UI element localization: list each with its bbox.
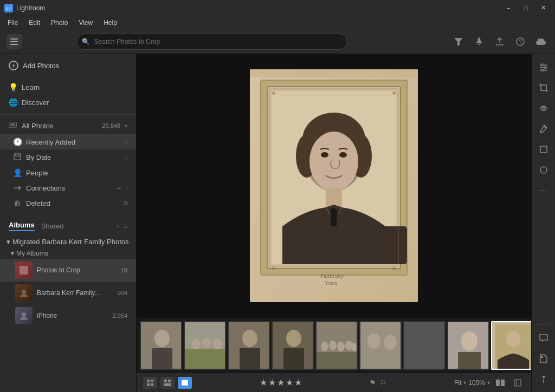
shared-tab[interactable]: Shared (41, 222, 64, 230)
recently-added-arrow: ‹ (126, 139, 127, 145)
info-button[interactable] (535, 370, 552, 388)
flag-button[interactable]: ⚑ (369, 378, 376, 387)
by-date-icon (13, 153, 22, 162)
film-thumb-7[interactable] (403, 321, 446, 370)
more-tools-button[interactable]: ··· (535, 182, 552, 199)
menu-view[interactable]: View (73, 16, 98, 29)
sidebar-item-discover[interactable]: 🌐 Discover (0, 95, 136, 110)
menu-file[interactable]: File (2, 16, 23, 29)
svg-rect-31 (282, 226, 407, 264)
star-4[interactable]: ★ (286, 377, 293, 388)
album-item-iphone[interactable]: iPhone 2,954 (0, 304, 136, 327)
edit-sliders-button[interactable] (535, 58, 552, 76)
svg-rect-86 (514, 380, 521, 386)
svg-rect-52 (283, 348, 304, 370)
notifications-button[interactable] (472, 34, 487, 49)
zoom-dropdown-arrow2[interactable]: ▾ (487, 380, 490, 386)
album-group-chevron: ▾ (7, 238, 10, 246)
svg-point-16 (22, 290, 26, 294)
star-5[interactable]: ★ (294, 377, 302, 388)
reject-flag-button[interactable]: ⚐ (379, 378, 386, 387)
sidebar-item-connections[interactable]: Connections + ‹ (0, 180, 136, 195)
brush-button[interactable] (535, 120, 552, 138)
svg-point-55 (321, 342, 328, 351)
sidebar-item-all-photos[interactable]: All Photos 26,848 ▾ (0, 117, 136, 134)
filmstrip[interactable] (137, 317, 531, 373)
minimize-button[interactable]: − (501, 3, 516, 14)
svg-rect-66 (458, 352, 481, 370)
svg-point-40 (154, 330, 170, 347)
all-photos-arrow: ▾ (125, 123, 127, 129)
svg-rect-81 (168, 380, 171, 382)
help-button[interactable]: ? (513, 34, 528, 49)
tag-button[interactable] (535, 350, 552, 367)
svg-text:Faithfully: Faithfully (320, 272, 344, 279)
album-group-header-migrated[interactable]: ▾ Migrated Barbara Kerr Family Photos (0, 236, 136, 248)
albums-sort-icon[interactable]: ≡ (123, 222, 127, 230)
album-item-barbara-kerr[interactable]: Barbara Kerr Family... 904 (0, 282, 136, 304)
menu-help[interactable]: Help (98, 16, 122, 29)
star-3[interactable]: ★ (277, 377, 285, 388)
view-grid-medium-button[interactable] (160, 377, 175, 389)
sidebar-item-by-date[interactable]: By Date ‹ (0, 149, 136, 165)
recently-added-label: Recently Added (26, 138, 121, 146)
heal-button[interactable] (535, 100, 552, 117)
album-item-photos-to-crop[interactable]: Photos to Crop 18 (0, 259, 136, 282)
svg-rect-15 (20, 266, 28, 275)
close-button[interactable]: ✕ (535, 3, 551, 14)
albums-tab[interactable]: Albums (9, 221, 35, 231)
svg-point-93 (541, 69, 544, 71)
sidebar-item-learn[interactable]: 💡 Learn (0, 80, 136, 95)
film-thumb-1[interactable] (140, 321, 182, 370)
add-photos-button[interactable]: + Add Photos (0, 54, 136, 77)
rect-select-button[interactable] (535, 141, 552, 158)
recently-added-icon: 🕐 (13, 138, 22, 146)
connections-plus[interactable]: + (117, 184, 121, 192)
album-sub-header-myalbums[interactable]: ▾ My Albums (0, 248, 136, 259)
circle-select-button[interactable] (535, 161, 552, 179)
svg-rect-76 (147, 380, 150, 382)
svg-rect-10 (10, 123, 15, 126)
menu-edit[interactable]: Edit (23, 16, 46, 29)
svg-point-95 (543, 107, 545, 109)
top-bar: 🔍 ? (0, 29, 555, 54)
crop-button[interactable] (535, 79, 552, 96)
sidebar-item-people[interactable]: 👤 People (0, 165, 136, 180)
menu-photo[interactable]: Photo (46, 16, 73, 29)
view-single-button[interactable] (178, 377, 192, 389)
maximize-button[interactable]: □ (518, 3, 533, 14)
menu-bar: File Edit Photo View Help (0, 16, 555, 29)
detail-button[interactable] (511, 376, 525, 390)
compare-button[interactable] (493, 376, 507, 390)
film-thumb-3[interactable] (228, 321, 270, 370)
search-input[interactable] (76, 34, 347, 50)
filter-button[interactable] (451, 34, 466, 49)
learn-label: Learn (22, 83, 127, 92)
svg-point-69 (506, 331, 520, 348)
film-thumb-5[interactable] (315, 321, 358, 370)
star-2[interactable]: ★ (268, 377, 276, 388)
star-1[interactable]: ★ (260, 377, 267, 388)
film-thumb-8[interactable] (447, 321, 489, 370)
film-thumb-6[interactable] (359, 321, 402, 370)
svg-point-28 (321, 152, 328, 158)
zoom-dropdown-arrow[interactable]: ▾ (463, 380, 466, 386)
sidebar-item-recently-added[interactable]: 🕐 Recently Added ‹ (0, 134, 136, 149)
film-thumb-4[interactable] (272, 321, 314, 370)
view-grid-small-button[interactable] (143, 377, 157, 389)
svg-point-29 (339, 152, 347, 158)
albums-add-icon[interactable]: + (116, 222, 120, 230)
right-panel-divider (537, 324, 550, 325)
svg-rect-2 (10, 38, 18, 40)
svg-text:Lr: Lr (7, 6, 11, 11)
film-thumb-9[interactable] (491, 321, 531, 370)
share-button[interactable] (492, 34, 507, 49)
sidebar-toggle-button[interactable] (7, 34, 22, 49)
albums-actions: + ≡ (116, 222, 127, 230)
svg-rect-78 (147, 383, 150, 386)
svg-rect-94 (541, 85, 546, 90)
film-thumb-2[interactable] (184, 321, 226, 370)
comment-button[interactable] (535, 329, 552, 347)
sidebar-item-deleted[interactable]: 🗑 Deleted 0 (0, 195, 136, 211)
cloud-button[interactable] (533, 34, 548, 49)
